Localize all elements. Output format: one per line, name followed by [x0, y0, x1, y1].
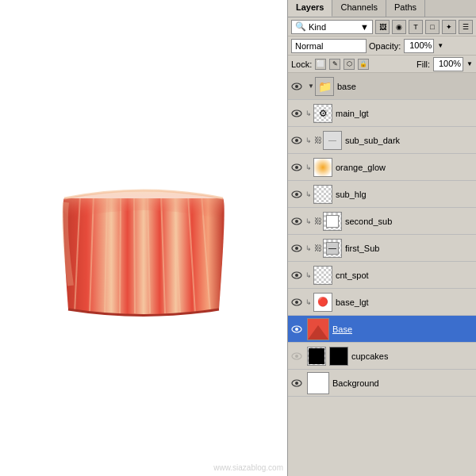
layer-thumb-cupcakes-mask: [329, 347, 348, 366]
eye-first-sub[interactable]: [290, 241, 304, 255]
smart-icon-btn[interactable]: ✦: [442, 20, 456, 34]
fill-row: Fill: 100% ▼: [416, 57, 473, 71]
layer-background[interactable]: Background: [288, 370, 476, 397]
eye-second-sub[interactable]: [290, 214, 304, 228]
text-icon-btn[interactable]: T: [409, 20, 423, 34]
svg-point-15: [295, 139, 298, 142]
options-icon-btn[interactable]: ☰: [459, 20, 473, 34]
layer-thumb-base-group: 📁: [315, 77, 334, 96]
search-icon: 🔍: [295, 21, 306, 32]
layer-thumb-second-sub: [323, 212, 342, 231]
eye-base-lgt[interactable]: [290, 295, 304, 309]
layer-name-base: Base: [332, 324, 352, 334]
indent-orange-glow: ↳: [304, 163, 313, 171]
layer-name-sub-sub-dark: sub_sub_dark: [345, 136, 400, 145]
svg-point-17: [295, 166, 298, 169]
layer-orange-glow[interactable]: ↳ orange_glow: [288, 154, 476, 181]
tab-channels[interactable]: Channels: [332, 0, 386, 17]
fill-arrow[interactable]: ▼: [466, 60, 473, 67]
layer-base-group[interactable]: ▼ 📁 base: [288, 73, 476, 100]
eye-base[interactable]: [290, 322, 304, 336]
fill-input[interactable]: 100%: [433, 57, 463, 71]
layer-name-sub-hlg: sub_hlg: [336, 190, 367, 199]
layer-first-sub[interactable]: ↳ ⛓ — first_Sub: [288, 235, 476, 262]
layer-base[interactable]: Base: [288, 316, 476, 343]
eye-orange-glow[interactable]: [290, 160, 304, 175]
layer-name-base-group: base: [337, 82, 356, 91]
layer-sub-sub-dark[interactable]: ↳ ⛓ — sub_sub_dark: [288, 127, 476, 154]
opacity-arrow[interactable]: ▼: [437, 42, 443, 49]
indent-second-sub: ↳: [304, 217, 313, 225]
layer-name-first-sub: first_Sub: [345, 244, 379, 253]
svg-point-13: [295, 112, 298, 115]
layer-name-base-lgt: base_lgt: [336, 298, 369, 307]
canvas-area: www.siazablog.com: [0, 0, 287, 476]
lock-all-icon[interactable]: 🔒: [358, 59, 369, 70]
chain-sub-sub-dark: ⛓: [313, 133, 323, 148]
eye-main-lgt[interactable]: [290, 106, 304, 121]
svg-line-4: [134, 194, 135, 313]
layer-name-orange-glow: orange_glow: [336, 163, 386, 172]
kind-toolbar: 🔍 Kind ▼ 🖼 ◉ T □ ✦ ☰: [288, 17, 476, 36]
svg-point-29: [295, 328, 298, 331]
svg-point-19: [295, 193, 298, 196]
indent-sub-hlg: ↳: [304, 190, 313, 198]
eye-cupcakes[interactable]: [290, 349, 304, 363]
lock-pixels-icon[interactable]: ⬜: [315, 59, 326, 70]
layer-thumb-sub-sub-dark: —: [323, 131, 342, 150]
lock-position-icon[interactable]: ✎: [329, 59, 340, 70]
eye-sub-hlg[interactable]: [290, 187, 304, 202]
group-arrow-base[interactable]: ▼: [307, 83, 315, 90]
adjustment-icon-btn[interactable]: ◉: [392, 20, 406, 34]
tab-layers[interactable]: Layers: [288, 0, 332, 17]
layers-list: ▼ 📁 base ↳ ⚙ main_lgt ↳ ⛓ —: [288, 73, 476, 476]
layer-base-lgt[interactable]: ↳ 🔴 base_lgt: [288, 289, 476, 316]
lock-fill-toolbar: Lock: ⬜ ✎ ⬡ 🔒 Fill: 100% ▼: [288, 56, 476, 73]
layer-thumb-cupcakes: [307, 347, 326, 366]
layer-name-second-sub: second_sub: [345, 217, 392, 226]
svg-point-27: [295, 301, 298, 304]
eye-cnt-spot[interactable]: [290, 268, 304, 282]
chain-second-sub: ⛓: [313, 214, 323, 228]
layer-thumb-base-lgt: 🔴: [313, 293, 332, 312]
eye-base-group[interactable]: [290, 79, 304, 94]
eye-sub-sub-dark[interactable]: [290, 133, 304, 148]
lock-art-icon[interactable]: ⬡: [344, 59, 355, 70]
blend-opacity-toolbar: Normal Opacity: 100% ▼: [288, 36, 476, 56]
opacity-input[interactable]: 100%: [404, 39, 434, 53]
opacity-row: Opacity: 100% ▼: [369, 39, 443, 53]
layer-cnt-spot[interactable]: ↳ cnt_spot: [288, 262, 476, 289]
indent-cnt-spot: ↳: [304, 271, 313, 279]
layer-name-background: Background: [332, 378, 379, 388]
eye-background[interactable]: [290, 376, 304, 390]
layer-second-sub[interactable]: ↳ ⛓ second_sub: [288, 208, 476, 235]
layer-thumb-base: [307, 318, 329, 340]
tab-paths[interactable]: Paths: [386, 0, 425, 17]
layer-name-main-lgt: main_lgt: [336, 109, 369, 118]
layer-thumb-orange-glow: [313, 158, 332, 177]
cupcake-illustration: [48, 151, 239, 325]
svg-point-21: [295, 220, 298, 223]
kind-select[interactable]: 🔍 Kind ▼: [291, 20, 373, 34]
layer-name-cnt-spot: cnt_spot: [336, 271, 369, 280]
svg-line-3: [120, 194, 121, 313]
layer-sub-hlg[interactable]: ↳ sub_hlg: [288, 181, 476, 208]
shape-icon-btn[interactable]: □: [425, 20, 440, 34]
layer-thumb-sub-hlg: [313, 185, 332, 204]
svg-point-33: [295, 355, 298, 358]
svg-point-11: [295, 85, 298, 88]
indent-base-lgt: ↳: [304, 298, 313, 306]
blend-mode-select[interactable]: Normal: [291, 39, 367, 53]
watermark: www.siazablog.com: [213, 463, 283, 472]
layer-thumb-cnt-spot: [313, 266, 332, 285]
panel-tabs: Layers Channels Paths: [288, 0, 476, 17]
layer-cupcakes[interactable]: cupcakes: [288, 343, 476, 370]
layer-name-cupcakes: cupcakes: [351, 351, 388, 361]
chain-first-sub: ⛓: [313, 241, 323, 255]
opacity-label: Opacity:: [369, 41, 401, 51]
image-icon-btn[interactable]: 🖼: [375, 20, 390, 34]
indent-sub-sub-dark: ↳: [304, 136, 313, 144]
layer-main-lgt[interactable]: ↳ ⚙ main_lgt: [288, 100, 476, 127]
layer-thumb-main-lgt: ⚙: [313, 104, 332, 123]
lock-label: Lock:: [291, 60, 312, 69]
